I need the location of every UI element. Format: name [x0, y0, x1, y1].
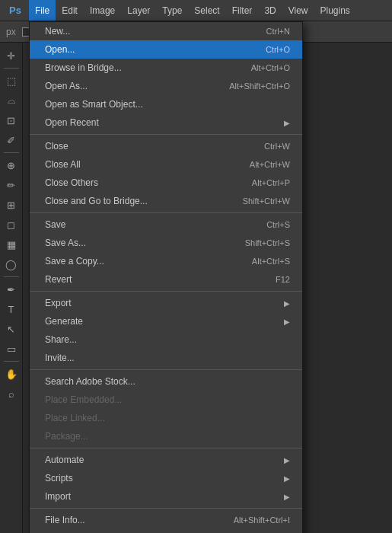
menu-item-shortcut-open: Ctrl+O [266, 45, 290, 54]
menu-item-shortcut-save: Ctrl+S [266, 220, 290, 229]
menu-item-label-generate: Generate [45, 316, 278, 327]
tool-eyedropper[interactable]: ✐ [2, 131, 21, 149]
menu-item-label-close-bridge: Close and Go to Bridge... [45, 196, 220, 206]
tool-brush[interactable]: ✏ [2, 176, 21, 194]
app-logo: Ps [3, 5, 27, 16]
menu-item-arrow-export: ▶ [284, 299, 290, 308]
menu-item-shortcut-open-as: Alt+Shift+Ctrl+O [229, 81, 290, 91]
menu-item-label-close: Close [45, 141, 241, 152]
menu-item-label-save: Save [45, 219, 244, 230]
tool-divider-4 [4, 361, 19, 362]
menu-edit[interactable]: Edit [56, 0, 84, 21]
menu-item-invite[interactable]: Invite... [30, 349, 302, 367]
menu-item-label-browse: Browse in Bridge... [45, 62, 228, 73]
menu-item-scripts[interactable]: Scripts▶ [30, 469, 302, 487]
menu-item-revert[interactable]: RevertF12 [30, 270, 302, 289]
menu-item-automate[interactable]: Automate▶ [30, 451, 302, 469]
menu-item-open[interactable]: Open...Ctrl+O [30, 40, 302, 59]
menu-item-open-smart[interactable]: Open as Smart Object... [30, 95, 302, 113]
menu-file[interactable]: File [29, 0, 56, 21]
tool-select-rect[interactable]: ⬚ [2, 72, 21, 90]
menu-item-file-info[interactable]: File Info...Alt+Shift+Ctrl+I [30, 511, 302, 529]
menu-item-package: Package... [30, 427, 302, 445]
toolbar: ✛ ⬚ ⌓ ⊡ ✐ ⊕ ✏ ⊞ ◻ ▦ ◯ ✒ T ↖ ▭ ✋ ⌕ [0, 43, 23, 533]
menu-item-browse[interactable]: Browse in Bridge...Alt+Ctrl+O [30, 59, 302, 77]
menu-item-label-import: Import [45, 491, 278, 502]
menu-item-arrow-open-recent: ▶ [284, 119, 290, 127]
menu-item-label-save-copy: Save a Copy... [45, 256, 229, 266]
tool-divider-2 [4, 152, 19, 153]
tool-path-select[interactable]: ↖ [2, 320, 21, 338]
menu-item-label-open-as: Open As... [45, 81, 206, 91]
menu-item-shortcut-save-copy: Alt+Ctrl+S [252, 257, 290, 266]
menu-item-place-linked: Place Linked... [30, 409, 302, 427]
menu-item-label-open: Open... [45, 44, 243, 55]
menu-item-new[interactable]: New...Ctrl+N [30, 22, 302, 40]
menu-type[interactable]: Type [156, 0, 188, 21]
menu-item-label-scripts: Scripts [45, 473, 278, 484]
menu-item-label-open-smart: Open as Smart Object... [45, 99, 290, 110]
menu-item-import[interactable]: Import▶ [30, 487, 302, 506]
menu-item-shortcut-save-as: Shift+Ctrl+S [245, 238, 290, 247]
menu-plugins[interactable]: Plugins [314, 0, 356, 21]
menu-item-shortcut-close-bridge: Shift+Ctrl+W [243, 196, 290, 206]
menu-item-label-open-recent: Open Recent [45, 117, 278, 128]
tool-spot-heal[interactable]: ⊕ [2, 156, 21, 174]
tool-eraser[interactable]: ◻ [2, 215, 21, 234]
menu-item-label-automate: Automate [45, 455, 278, 465]
menu-item-open-recent[interactable]: Open Recent▶ [30, 113, 302, 132]
tool-crop[interactable]: ⊡ [2, 111, 21, 129]
tool-zoom[interactable]: ⌕ [2, 385, 21, 403]
tool-dodge[interactable]: ◯ [2, 255, 21, 273]
menu-item-shortcut-new: Ctrl+N [266, 27, 290, 36]
menu-item-label-file-info: File Info... [45, 515, 211, 525]
menu-item-save[interactable]: SaveCtrl+S [30, 215, 302, 234]
menu-select[interactable]: Select [188, 0, 225, 21]
menu-item-label-export: Export [45, 298, 278, 308]
menu-item-label-close-all: Close All [45, 159, 227, 170]
menu-item-label-share: Share... [45, 334, 290, 345]
menu-item-version-history[interactable]: Version History [30, 529, 302, 533]
file-dropdown-menu: New...Ctrl+NOpen...Ctrl+OBrowse in Bridg… [29, 21, 303, 533]
menu-separator-after-invite [30, 369, 302, 370]
px-label: px [6, 27, 16, 37]
menu-3d[interactable]: 3D [258, 0, 282, 21]
tool-lasso[interactable]: ⌓ [2, 91, 21, 110]
tool-shape[interactable]: ▭ [2, 340, 21, 358]
menu-separator-after-close-bridge [30, 212, 302, 213]
tool-type[interactable]: T [2, 300, 21, 318]
menu-item-save-as[interactable]: Save As...Shift+Ctrl+S [30, 234, 302, 252]
tool-stamp[interactable]: ⊞ [2, 196, 21, 214]
menu-item-label-place-linked: Place Linked... [45, 413, 290, 423]
menu-item-label-revert: Revert [45, 274, 253, 285]
menu-separator-after-import [30, 508, 302, 509]
menu-view[interactable]: View [282, 0, 314, 21]
menu-item-label-save-as: Save As... [45, 238, 222, 248]
menu-image[interactable]: Image [84, 0, 121, 21]
menu-item-close-others[interactable]: Close OthersAlt+Ctrl+P [30, 174, 302, 192]
tool-hand[interactable]: ✋ [2, 365, 21, 383]
menu-item-share[interactable]: Share... [30, 330, 302, 349]
menu-item-label-place-embedded: Place Embedded... [45, 394, 290, 405]
menu-item-generate[interactable]: Generate▶ [30, 312, 302, 330]
menu-item-label-search-stock: Search Adobe Stock... [45, 376, 290, 387]
menu-item-close[interactable]: CloseCtrl+W [30, 137, 302, 155]
menu-item-search-stock[interactable]: Search Adobe Stock... [30, 372, 302, 391]
menu-item-label-new: New... [45, 26, 244, 37]
menu-filter[interactable]: Filter [226, 0, 259, 21]
tool-pen[interactable]: ✒ [2, 280, 21, 298]
menu-item-arrow-automate: ▶ [284, 456, 290, 464]
menu-item-label-invite: Invite... [45, 353, 290, 363]
menu-item-open-as[interactable]: Open As...Alt+Shift+Ctrl+O [30, 77, 302, 95]
menu-item-save-copy[interactable]: Save a Copy...Alt+Ctrl+S [30, 252, 302, 270]
tool-gradient[interactable]: ▦ [2, 235, 21, 254]
menu-item-shortcut-browse: Alt+Ctrl+O [251, 63, 290, 72]
menu-item-close-bridge[interactable]: Close and Go to Bridge...Shift+Ctrl+W [30, 192, 302, 210]
menu-item-shortcut-revert: F12 [276, 275, 290, 284]
tool-divider-3 [4, 276, 19, 277]
menu-item-close-all[interactable]: Close AllAlt+Ctrl+W [30, 155, 302, 174]
menu-item-export[interactable]: Export▶ [30, 294, 302, 312]
menu-item-arrow-import: ▶ [284, 493, 290, 501]
tool-move[interactable]: ✛ [2, 46, 21, 65]
menu-layer[interactable]: Layer [121, 0, 156, 21]
